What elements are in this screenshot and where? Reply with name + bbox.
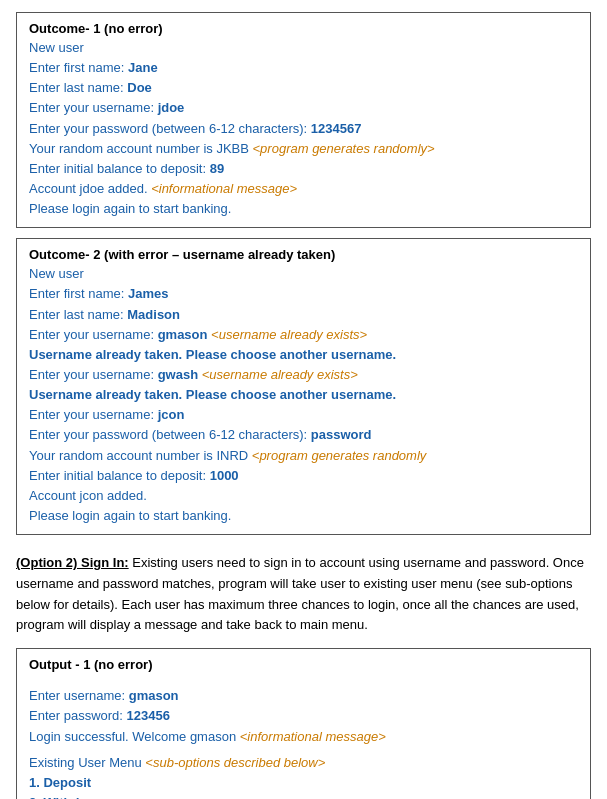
line-added-2: Account jcon added. xyxy=(29,486,578,506)
line-password-1: Enter your password (between 6-12 charac… xyxy=(29,119,578,139)
outcome-2-box: Outcome- 2 (with error – username alread… xyxy=(16,238,591,535)
line-lastname-1: Enter last name: Doe xyxy=(29,78,578,98)
line-taken-1: Username already taken. Please choose an… xyxy=(29,345,578,365)
line-firstname-2: Enter first name: James xyxy=(29,284,578,304)
line-login-success: Login successful. Welcome gmason <inform… xyxy=(29,727,578,747)
line-firstname-1: Enter first name: Jane xyxy=(29,58,578,78)
line-login-1: Please login again to start banking. xyxy=(29,199,578,219)
line-withdraw: 2. Withdraw xyxy=(29,793,578,799)
line-added-1: Account jdoe added. <informational messa… xyxy=(29,179,578,199)
line-balance-1: Enter initial balance to deposit: 89 xyxy=(29,159,578,179)
line-enter-username: Enter username: gmason xyxy=(29,686,578,706)
line-account-1: Your random account number is JKBB <prog… xyxy=(29,139,578,159)
outcome-1-box: Outcome- 1 (no error) New user Enter fir… xyxy=(16,12,591,228)
line-login-2: Please login again to start banking. xyxy=(29,506,578,526)
line-new-user-1: New user xyxy=(29,38,578,58)
line-enter-password: Enter password: 123456 xyxy=(29,706,578,726)
option-label: (Option 2) Sign In: xyxy=(16,555,129,570)
line-lastname-2: Enter last name: Madison xyxy=(29,305,578,325)
output-1-title: Output - 1 (no error) xyxy=(29,657,578,672)
line-username-1: Enter your username: jdoe xyxy=(29,98,578,118)
line-deposit: 1. Deposit xyxy=(29,773,578,793)
line-balance-2: Enter initial balance to deposit: 1000 xyxy=(29,466,578,486)
line-new-user-2: New user xyxy=(29,264,578,284)
output-1-box: Output - 1 (no error) Enter username: gm… xyxy=(16,648,591,799)
line-username-2b: Enter your username: gwash <username alr… xyxy=(29,365,578,385)
line-taken-2: Username already taken. Please choose an… xyxy=(29,385,578,405)
line-password-2: Enter your password (between 6-12 charac… xyxy=(29,425,578,445)
outcome-2-title: Outcome- 2 (with error – username alread… xyxy=(29,247,578,262)
outcome-1-title: Outcome- 1 (no error) xyxy=(29,21,578,36)
line-existing-menu: Existing User Menu <sub-options describe… xyxy=(29,753,578,773)
description-section: (Option 2) Sign In: Existing users need … xyxy=(16,553,591,636)
line-account-2: Your random account number is INRD <prog… xyxy=(29,446,578,466)
line-username-2a: Enter your username: gmason <username al… xyxy=(29,325,578,345)
line-username-2c: Enter your username: jcon xyxy=(29,405,578,425)
